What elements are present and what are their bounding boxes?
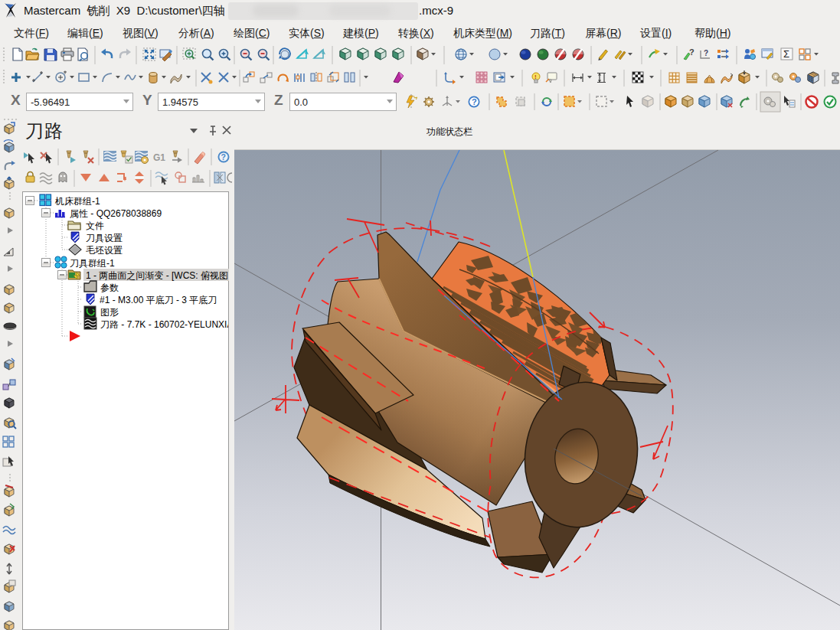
svg-text:?: ? xyxy=(704,49,708,57)
svg-text:?: ? xyxy=(221,152,226,162)
svg-text:Σ: Σ xyxy=(783,48,789,60)
svg-text:G1: G1 xyxy=(153,152,165,163)
svg-text:!: ! xyxy=(534,73,537,80)
svg-text:?: ? xyxy=(689,47,695,57)
svg-text:?: ? xyxy=(472,97,477,106)
